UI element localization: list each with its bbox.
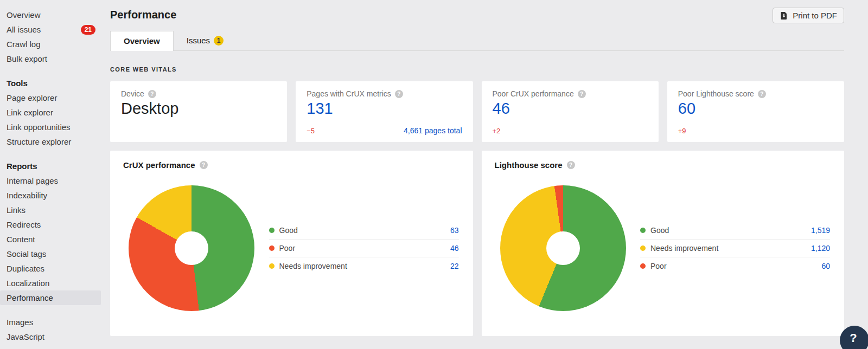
main-content: Performance Print to PDF Overview Issues… [106,0,868,349]
lighthouse-donut-chart[interactable] [500,185,626,311]
crux-pages-value: 131 [307,100,462,118]
legend-label: Poor [650,262,667,270]
sidebar-item-label: Performance [7,290,53,305]
sidebar-item-label: Links [7,203,25,217]
print-button-label: Print to PDF [793,11,837,20]
legend-row: Needs improvement 22 [269,257,459,275]
legend-value-link[interactable]: 1,519 [811,226,830,235]
sidebar-item-structure-explorer[interactable]: Structure explorer [0,134,101,149]
legend-label: Good [279,226,298,235]
legend-value-link[interactable]: 1,120 [811,244,830,253]
help-icon[interactable]: ? [148,90,156,98]
chart-title: Lighthouse score [495,160,563,170]
sidebar-item-label: Crawl log [7,37,41,51]
device-value: Desktop [121,100,276,118]
sidebar-group: OverviewAll issues21Crawl logBulk export [0,8,106,66]
legend-dot-needs-improvement [269,263,275,269]
sidebar-item-link-explorer[interactable]: Link explorer [0,105,101,120]
sidebar-item-crawl-log[interactable]: Crawl log [0,37,101,51]
help-icon[interactable]: ? [395,90,403,98]
tab-overview[interactable]: Overview [110,31,174,51]
app: OverviewAll issues21Crawl logBulk export… [0,0,868,349]
issues-count-badge: 21 [81,25,95,35]
poor-crux-value: 46 [493,100,648,118]
pages-total-link[interactable]: 4,661 pages total [404,126,462,135]
metric-card-poor-crux: Poor CrUX performance ? 46 +2 [482,81,659,142]
sidebar-item-label: JavaScript [7,329,44,344]
sidebar-item-redirects[interactable]: Redirects [0,217,101,232]
help-icon[interactable]: ? [578,90,586,98]
help-icon[interactable]: ? [758,90,766,98]
sidebar-item-links[interactable]: Links [0,203,101,217]
sidebar-item-overview[interactable]: Overview [0,8,101,22]
help-icon[interactable]: ? [200,161,208,169]
tab-issues-label: Issues [187,31,210,50]
metric-label: Poor CrUX performance [493,89,574,98]
legend-value-link[interactable]: 60 [821,262,830,270]
legend-row: Needs improvement 1,120 [640,239,830,257]
chart-legend: Good 1,519 Needs improvement 1,120 Poor … [640,222,830,275]
sidebar-item-label: Images [7,315,33,329]
issues-count-badge: 1 [214,36,224,46]
core-web-vitals-label: CORE WEB VITALS [110,66,844,73]
metric-cards-row: Device ? Desktop Pages with CrUX metrics… [110,81,844,142]
sidebar-item-localization[interactable]: Localization [0,276,101,290]
sidebar-item-internal-pages[interactable]: Internal pages [0,173,101,188]
legend-value-link[interactable]: 63 [450,226,459,235]
metric-label: Device [121,89,144,98]
sidebar-item-social-tags[interactable]: Social tags [0,247,101,261]
lighthouse-score-chart-card: Lighthouse score ? Good 1,519 Needs imp [482,151,845,336]
sidebar-item-label: Duplicates [7,261,44,276]
sidebar-item-link-opportunities[interactable]: Link opportunities [0,120,101,134]
legend-dot-poor [269,245,275,251]
crux-performance-chart-card: CrUX performance ? Good 63 Poor [110,151,473,336]
sidebar-item-bulk-export[interactable]: Bulk export [0,51,101,66]
tab-bar: Overview Issues 1 [110,31,844,51]
sidebar-item-content[interactable]: Content [0,232,101,247]
legend-label: Needs improvement [650,244,718,253]
chart-legend: Good 63 Poor 46 Needs improvement 22 [269,222,459,275]
crux-donut-chart[interactable] [129,185,254,311]
sidebar-item-images[interactable]: Images [0,315,101,329]
legend-label: Poor [279,244,296,253]
sidebar-item-all-issues[interactable]: All issues21 [0,22,101,37]
print-pdf-icon [780,11,788,20]
sidebar-item-performance[interactable]: Performance [0,290,101,305]
print-to-pdf-button[interactable]: Print to PDF [773,8,844,23]
sidebar-item-label: Localization [7,276,49,290]
help-fab-label: ? [850,331,857,345]
legend-label: Needs improvement [279,262,347,270]
sidebar-item-label: Page explorer [7,91,57,105]
sidebar-item-label: Internal pages [7,173,58,188]
legend-value-link[interactable]: 46 [450,244,459,253]
delta-value: +9 [678,127,686,135]
help-fab-button[interactable]: ? [840,326,868,349]
metric-card-device: Device ? Desktop [110,81,287,142]
sidebar-item-label: Bulk export [7,51,47,66]
legend-dot-good [640,228,646,233]
sidebar-item-duplicates[interactable]: Duplicates [0,261,101,276]
legend-dot-poor [640,263,646,269]
sidebar-item-javascript[interactable]: JavaScript [0,329,101,344]
tab-overview-label: Overview [124,31,160,51]
poor-lighthouse-value: 60 [678,100,833,118]
chart-title: CrUX performance [123,160,195,170]
legend-label: Good [650,226,669,235]
sidebar-item-label: Structure explorer [7,134,71,149]
charts-row: CrUX performance ? Good 63 Poor [110,151,844,336]
sidebar-item-page-explorer[interactable]: Page explorer [0,91,101,105]
legend-value-link[interactable]: 22 [450,262,459,270]
sidebar-group: ImagesJavaScript [0,315,106,344]
legend-row: Poor 46 [269,239,459,257]
sidebar-item-indexability[interactable]: Indexability [0,188,101,203]
legend-row: Poor 60 [640,257,830,275]
sidebar-item-label: Indexability [7,188,47,203]
sidebar-section-title: Tools [0,76,106,91]
sidebar-item-label: Overview [7,8,41,22]
legend-dot-good [269,228,275,233]
sidebar-item-label: Social tags [7,247,46,261]
sidebar-item-label: Redirects [7,217,41,232]
help-icon[interactable]: ? [567,161,575,169]
tab-issues[interactable]: Issues 1 [174,31,237,50]
legend-row: Good 1,519 [640,222,830,239]
